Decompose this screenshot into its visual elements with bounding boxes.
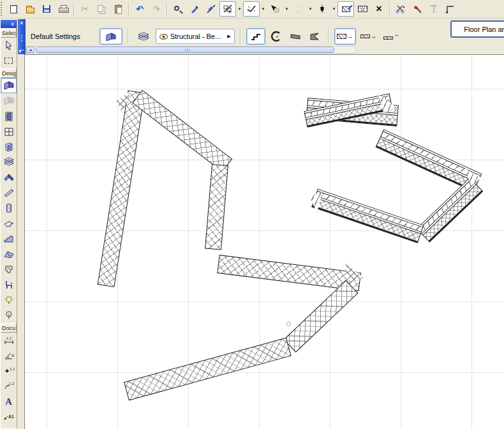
open-folder-icon <box>26 8 34 13</box>
redo-button[interactable]: ↷ <box>148 1 165 17</box>
adjust-button[interactable] <box>426 1 442 17</box>
wall-segment-b[interactable] <box>132 90 232 172</box>
inject-parameters-button[interactable] <box>203 1 219 17</box>
element-snap-dropdown[interactable]: ▼ <box>283 2 290 16</box>
floor-plan-and-section-button[interactable]: Floor Plan an <box>450 20 504 38</box>
tool-window[interactable] <box>1 124 17 139</box>
tool-column[interactable] <box>1 200 17 216</box>
hotspot-marker[interactable] <box>286 322 291 326</box>
wall-segment-c[interactable] <box>205 164 228 250</box>
tool-dimension[interactable]: 1.2 <box>1 333 17 348</box>
floor-plan-canvas[interactable] <box>24 54 504 429</box>
beam-segment-k[interactable] <box>311 189 424 243</box>
wall-segment-a[interactable] <box>98 90 145 287</box>
measure-button[interactable]: 12 <box>354 1 371 17</box>
create-patch-button[interactable] <box>337 1 354 17</box>
explode-button[interactable]: × <box>371 1 387 17</box>
paste-button[interactable] <box>110 1 126 17</box>
cursor-snap-icon <box>270 4 280 14</box>
tool-angle-dimension[interactable]: α <box>1 348 17 363</box>
tool-stair[interactable] <box>1 231 17 246</box>
polygon-geometry-icon <box>309 32 320 41</box>
zone-stamp-icon <box>4 264 14 275</box>
beam-icon <box>3 188 15 198</box>
element-snap-button[interactable] <box>267 1 283 17</box>
tool-wall[interactable] <box>1 78 17 93</box>
toolbox-section-document[interactable]: Docu <box>1 323 17 333</box>
toolbox-close-icon[interactable]: x <box>9 21 16 27</box>
copy-button[interactable] <box>93 1 110 17</box>
pick-up-parameters-button[interactable] <box>186 1 203 17</box>
refline-hatch-icon <box>337 34 346 39</box>
layer-settings-button[interactable] <box>134 28 153 45</box>
split-button[interactable] <box>409 1 426 17</box>
tool-hotspot[interactable]: 1 <box>1 308 17 323</box>
infobox-titlebar[interactable]: x <box>18 19 26 54</box>
geometry-method-chained-button[interactable] <box>246 28 265 45</box>
plumb-bob-icon <box>317 4 327 14</box>
guide-line-button[interactable] <box>442 1 459 17</box>
syringe-icon <box>206 4 216 14</box>
cut-button[interactable]: ✂ <box>77 1 93 17</box>
lamp-bulb-icon <box>4 295 14 305</box>
infobox-scrollbar[interactable]: ◀ <box>26 46 356 54</box>
print-button[interactable] <box>55 1 71 17</box>
tool-arrow[interactable] <box>1 38 17 53</box>
split-axe-icon <box>412 4 422 14</box>
tool-zone[interactable] <box>1 262 17 277</box>
undo-button[interactable]: ↶ <box>131 1 148 17</box>
snap-circle-button[interactable] <box>290 1 307 17</box>
tool-door[interactable] <box>1 109 17 124</box>
wall-default-settings-button[interactable] <box>100 28 122 45</box>
scrollbar-thumb[interactable] <box>36 47 334 53</box>
suspend-groups-dropdown[interactable]: ▼ <box>236 2 243 16</box>
patch-icon <box>342 6 350 12</box>
curved-geometry-icon: + <box>271 31 282 42</box>
tool-roof[interactable] <box>1 170 17 185</box>
toolbox-section-select[interactable]: Selec <box>1 28 17 38</box>
tool-label[interactable]: A1 <box>1 409 17 425</box>
toolbox-section-design[interactable]: Desig <box>1 68 17 78</box>
infobox-resize-grip[interactable] <box>19 50 24 52</box>
tool-cabinet[interactable] <box>1 139 17 154</box>
open-button[interactable] <box>22 1 38 17</box>
tool-plate[interactable] <box>1 216 17 231</box>
tool-marquee[interactable] <box>1 53 17 68</box>
toolbar-separator <box>128 3 130 16</box>
beam-segment-j[interactable] <box>417 177 484 243</box>
suspend-groups-button[interactable] <box>219 1 236 17</box>
wall-segment-e[interactable] <box>283 280 358 352</box>
geometry-method-trapezoid-button[interactable] <box>287 28 304 45</box>
trim-button[interactable] <box>392 1 409 17</box>
reference-line-left-button[interactable]: → <box>334 28 356 45</box>
tool-wall-secondary[interactable] <box>1 93 17 109</box>
snap-circle-dropdown[interactable]: ▼ <box>307 2 314 16</box>
geometry-method-polygon-button[interactable] <box>306 28 323 45</box>
plumb-dropdown[interactable]: ▼ <box>330 2 337 16</box>
reference-line-right-button[interactable]: → <box>382 28 402 45</box>
tool-radial-dimension[interactable]: 1.2 <box>1 379 17 394</box>
scrollbar-left-arrow[interactable]: ◀ <box>26 47 34 53</box>
gravity-dropdown[interactable]: ▼ <box>260 2 267 16</box>
radial-dimension-icon: 1.2 <box>3 381 15 391</box>
save-button[interactable] <box>38 1 55 17</box>
tool-chair[interactable] <box>1 277 17 292</box>
toolbox-titlebar[interactable]: x <box>1 20 17 28</box>
find-and-select-button[interactable] <box>170 1 186 17</box>
gravity-check-icon <box>246 4 256 14</box>
tool-beam[interactable] <box>1 185 17 200</box>
plumb-button[interactable] <box>314 1 330 17</box>
toolbar-drag-handle[interactable] <box>1 2 3 16</box>
tool-slab-layers[interactable] <box>1 154 17 170</box>
tool-lamp[interactable] <box>1 292 17 308</box>
wall-segment-f[interactable] <box>124 338 292 401</box>
geometry-method-curved-button[interactable]: + <box>268 28 285 45</box>
tool-text[interactable]: A <box>1 394 17 409</box>
new-button[interactable] <box>5 1 22 17</box>
tool-level-dimension[interactable]: 1.2 <box>1 363 17 379</box>
reference-line-center-button[interactable]: → <box>359 28 379 45</box>
tool-mesh[interactable] <box>1 246 17 262</box>
layer-selector-combo[interactable]: Structural - Be... ▶ <box>156 29 235 44</box>
gravity-button[interactable] <box>243 1 260 17</box>
infobox-close-icon[interactable]: x <box>19 20 26 26</box>
